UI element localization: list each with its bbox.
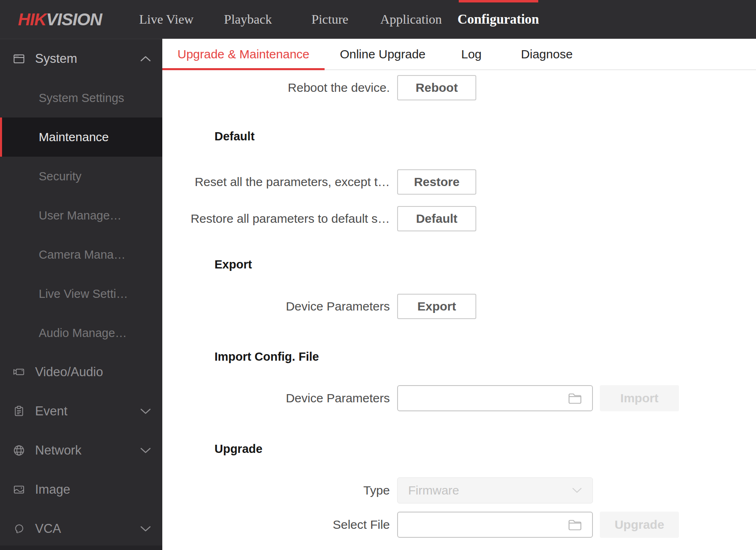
sidebar-item-user-management[interactable]: User Manage… (0, 196, 162, 235)
chevron-down-icon (140, 447, 151, 454)
sidebar-item-camera-management[interactable]: Camera Mana… (0, 235, 162, 274)
upgrade-type-row: Type Firmware (162, 477, 593, 503)
nav-live-view[interactable]: Live View (139, 0, 193, 39)
import-device-parameters-label: Device Parameters (162, 391, 390, 405)
tab-log[interactable]: Log (441, 39, 502, 69)
import-section-heading: Import Config. File (214, 349, 319, 364)
sidebar-item-video-audio[interactable]: Video/Audio (0, 353, 162, 392)
upgrade-button[interactable]: Upgrade (600, 512, 679, 538)
window-icon (13, 53, 25, 65)
default-label: Restore all parameters to default s… (162, 212, 390, 226)
sidebar-item-event[interactable]: Event (0, 392, 162, 431)
default-section-heading: Default (214, 129, 254, 144)
select-file-label: Select File (162, 518, 390, 532)
sidebar-item-label: Network (35, 443, 82, 458)
head-profile-icon (13, 523, 25, 535)
restore-row: Reset all the parameters, except t… Rest… (162, 169, 476, 195)
sidebar-item-live-view-settings[interactable]: Live View Setti… (0, 274, 162, 313)
restore-label: Reset all the parameters, except t… (162, 175, 390, 189)
sidebar-item-system-settings[interactable]: System Settings (0, 78, 162, 118)
export-section-heading: Export (214, 257, 252, 272)
nav-configuration[interactable]: Configuration (458, 0, 539, 39)
folder-browse-icon[interactable] (568, 518, 582, 531)
import-file-input[interactable] (398, 386, 565, 410)
default-button[interactable]: Default (397, 206, 476, 231)
sidebar-item-audio-management[interactable]: Audio Manage… (0, 313, 162, 353)
tab-diagnose[interactable]: Diagnose (502, 39, 592, 69)
sidebar-item-label: Security (39, 170, 82, 183)
restore-button[interactable]: Restore (397, 169, 476, 195)
upgrade-section-heading: Upgrade (214, 441, 263, 456)
sidebar-item-label: Audio Manage… (39, 326, 127, 340)
reboot-row: Reboot the device. Reboot (162, 75, 476, 100)
select-file-input[interactable] (398, 512, 565, 537)
sidebar-item-label: Live View Setti… (39, 287, 128, 301)
sidebar-item-maintenance[interactable]: Maintenance (0, 118, 162, 157)
clipboard-icon (13, 405, 25, 418)
import-button[interactable]: Import (600, 385, 679, 411)
reboot-button[interactable]: Reboot (397, 75, 476, 100)
sidebar-item-label: System (35, 51, 77, 66)
top-navigation-bar: HIKVISION Live View Playback Picture App… (0, 0, 756, 39)
sidebar-item-network[interactable]: Network (0, 431, 162, 470)
chevron-down-icon (572, 488, 582, 494)
hikvision-logo: HIKVISION (18, 0, 102, 39)
sidebar-item-label: Video/Audio (35, 365, 103, 379)
sidebar-item-image[interactable]: Image (0, 470, 162, 509)
nav-picture[interactable]: Picture (312, 0, 349, 39)
sidebar-item-label: Maintenance (39, 130, 109, 144)
sidebar-item-system[interactable]: System (0, 39, 162, 78)
import-file-field (397, 385, 593, 411)
reboot-label: Reboot the device. (162, 81, 390, 95)
chevron-down-icon (140, 526, 151, 532)
sidebar: System System Settings Maintenance Secur… (0, 39, 162, 550)
tab-upgrade-maintenance[interactable]: Upgrade & Maintenance (162, 39, 325, 69)
sidebar-bottom-edge (0, 546, 162, 550)
nav-playback[interactable]: Playback (224, 0, 272, 39)
maintenance-form: Reboot the device. Reboot Default Reset … (162, 70, 756, 549)
type-label: Type (162, 483, 390, 497)
tab-online-upgrade[interactable]: Online Upgrade (325, 39, 441, 69)
select-file-row: Select File Upgrade (162, 512, 679, 538)
folder-browse-icon[interactable] (568, 392, 582, 405)
sidebar-item-label: Camera Mana… (39, 248, 126, 262)
default-row: Restore all parameters to default s… Def… (162, 206, 476, 231)
video-camera-icon (13, 366, 25, 379)
sidebar-item-label: Image (35, 482, 70, 497)
nav-application[interactable]: Application (380, 0, 442, 39)
chevron-down-icon (140, 408, 151, 415)
sidebar-item-security[interactable]: Security (0, 157, 162, 196)
globe-icon (13, 444, 25, 457)
image-icon (13, 483, 25, 496)
sidebar-item-label: Event (35, 404, 67, 419)
active-nav-indicator (459, 0, 538, 2)
export-row: Device Parameters Export (162, 294, 476, 319)
logo-hik: HIK (18, 10, 46, 29)
sidebar-item-label: System Settings (39, 91, 124, 105)
upgrade-type-select[interactable]: Firmware (397, 477, 593, 503)
sidebar-item-label: User Manage… (39, 209, 122, 222)
tab-bar: Upgrade & Maintenance Online Upgrade Log… (162, 39, 756, 70)
select-file-field (397, 512, 593, 538)
logo-vision: VISION (46, 10, 102, 29)
chevron-up-icon (140, 55, 151, 62)
main-content: Upgrade & Maintenance Online Upgrade Log… (162, 39, 756, 550)
upgrade-type-value: Firmware (408, 483, 459, 497)
sidebar-item-label: VCA (35, 521, 61, 536)
import-row: Device Parameters Import (162, 385, 679, 411)
sidebar-item-vca[interactable]: VCA (0, 509, 162, 548)
export-device-parameters-label: Device Parameters (162, 299, 390, 313)
export-button[interactable]: Export (397, 294, 476, 319)
